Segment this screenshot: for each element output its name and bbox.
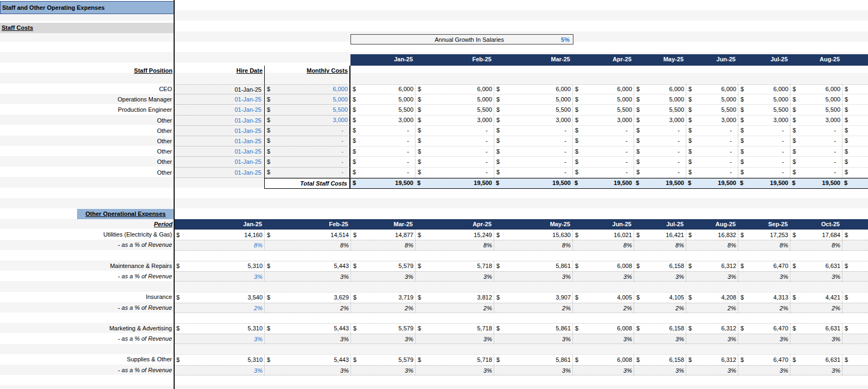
cell-value: 3,000 xyxy=(669,116,684,126)
currency-symbol: $ xyxy=(496,146,500,157)
staff-month-value-cell: $5,500 xyxy=(572,105,634,115)
currency-symbol: $ xyxy=(793,323,796,334)
currency-symbol: $ xyxy=(793,146,796,157)
expense-value-row: Supplies & Other$5,310$5,443$5,579$5,718… xyxy=(0,354,868,365)
currency-symbol: $ xyxy=(575,136,578,146)
currency-symbol: $ xyxy=(575,355,578,365)
cell-value: 6,000 xyxy=(398,84,413,94)
staff-month-value-cell: $- xyxy=(494,136,572,146)
expense-pct-cell xyxy=(842,334,868,344)
staff-month-value-cell: $- xyxy=(415,157,494,167)
expense-value-cell: $5,310 xyxy=(174,354,264,365)
expense-pct-row: - as a % of Revenue2%2%2%2%2%2%2%2%2%2% xyxy=(0,303,868,313)
staff-month-value-cell: $5,000 xyxy=(572,94,634,105)
currency-symbol: $ xyxy=(418,136,421,146)
month-header: Jun-25 xyxy=(686,54,738,66)
cell-value: 5,500 xyxy=(721,105,736,115)
cell-value: 5,579 xyxy=(398,355,413,365)
staff-month-value-cell: $- xyxy=(494,157,572,167)
cell-value: - xyxy=(782,126,784,136)
currency-symbol: $ xyxy=(496,157,500,167)
expense-value-row: Insurance$3,540$3,629$3,719$3,812$3,907$… xyxy=(0,292,868,302)
expense-value-cell: $6,312 xyxy=(686,323,738,334)
monthly-cost-cell[interactable]: $5,500 xyxy=(265,105,350,115)
currency-symbol: $ xyxy=(575,323,578,334)
monthly-cost-cell[interactable]: $- xyxy=(265,146,350,157)
hire-date-cell[interactable]: 01-Jan-25 xyxy=(174,157,265,167)
cell-value: 5,500 xyxy=(773,105,788,115)
currency-symbol: $ xyxy=(267,105,270,115)
hire-date-cell[interactable]: 01-Jan-25 xyxy=(174,146,265,157)
currency-symbol: $ xyxy=(741,94,744,105)
staff-position-label: Other xyxy=(0,168,174,178)
expense-value-cell: $6,008 xyxy=(572,354,634,365)
hire-date-cell[interactable]: 01-Jan-25 xyxy=(174,126,265,136)
staff-month-value-cell: $- xyxy=(686,168,738,178)
staff-month-value-cell: $ xyxy=(842,116,868,126)
expense-value-cell: $6,008 xyxy=(572,261,634,271)
staff-month-value-cell: $- xyxy=(634,157,686,167)
hire-date-cell[interactable]: 01-Jan-25 xyxy=(174,105,265,115)
cell-value: - xyxy=(564,168,566,178)
hire-date-cell[interactable]: 01-Jan-25 xyxy=(174,84,265,94)
cell-value: - xyxy=(564,146,566,157)
expense-pct-cell: 2% xyxy=(738,303,790,313)
staff-row: Other01-Jan-25$-$-$-$-$-$-$-$-$-$ xyxy=(0,136,868,146)
staff-month-value-cell: $- xyxy=(350,146,415,157)
period-month-header: Jul-25 xyxy=(634,219,686,229)
expense-pct-cell[interactable]: 8% xyxy=(174,240,264,250)
annual-growth-box: Annual Growth In Salaries 5% xyxy=(350,34,573,44)
currency-symbol: $ xyxy=(575,261,578,271)
monthly-cost-cell[interactable]: $- xyxy=(265,136,350,146)
expense-pct-cell: 3% xyxy=(572,271,634,282)
cell-value: 19,500 xyxy=(474,178,492,188)
hire-date-cell[interactable]: 01-Jan-25 xyxy=(174,94,265,105)
monthly-cost-cell[interactable]: $- xyxy=(265,157,350,167)
currency-symbol: $ xyxy=(176,261,180,271)
staff-month-value-cell: $ xyxy=(842,146,868,157)
currency-symbol: $ xyxy=(636,261,640,271)
cell-value: 3,540 xyxy=(247,292,263,303)
staff-month-value-cell: $- xyxy=(494,146,572,157)
cell-value: - xyxy=(730,146,732,157)
cell-value: - xyxy=(678,157,680,167)
currency-symbol: $ xyxy=(496,323,500,334)
monthly-cost-cell[interactable]: $3,000 xyxy=(265,116,350,126)
hire-date-cell[interactable]: 01-Jan-25 xyxy=(174,168,265,178)
monthly-cost-cell[interactable]: $6,000 xyxy=(265,84,350,94)
hire-date-cell[interactable]: 01-Jan-25 xyxy=(174,116,265,126)
cell-value: - xyxy=(341,136,343,146)
expense-label: Marketing & Advertising xyxy=(0,323,174,334)
cell-value: - xyxy=(341,168,343,178)
currency-symbol: $ xyxy=(636,355,640,365)
staff-month-header-row: Jan-25Feb-25Mar-25Apr-25May-25Jun-25Jul-… xyxy=(0,54,868,66)
currency-symbol: $ xyxy=(496,105,500,115)
expense-pct-cell: 3% xyxy=(494,271,572,282)
currency-symbol: $ xyxy=(793,168,796,178)
expense-pct-cell: 3% xyxy=(686,365,738,375)
monthly-cost-cell[interactable]: $- xyxy=(265,126,350,136)
expense-value-cell: $ xyxy=(842,354,868,365)
cell-value: - xyxy=(407,146,409,157)
expense-value-cell: $15,249 xyxy=(415,229,494,240)
expense-pct-cell: 3% xyxy=(686,271,738,282)
opex-period-header-row: Jan-25Feb-25Mar-25Apr-25May-25Jun-25Jul-… xyxy=(0,219,868,229)
expense-label: Supplies & Other xyxy=(0,354,174,365)
staff-position-label: Other xyxy=(0,146,174,157)
currency-symbol: $ xyxy=(793,126,796,136)
expense-pct-cell[interactable]: 3% xyxy=(174,271,264,282)
currency-symbol: $ xyxy=(575,157,578,167)
annual-growth-value[interactable]: 5% xyxy=(504,36,573,43)
total-month-value-cell: $ xyxy=(842,178,868,189)
expense-pct-cell[interactable]: 3% xyxy=(174,365,264,375)
hire-date-cell[interactable]: 01-Jan-25 xyxy=(174,136,265,146)
month-header: Jul-25 xyxy=(738,54,790,66)
expense-value-cell: $14,514 xyxy=(264,229,350,240)
monthly-cost-cell[interactable]: $5,000 xyxy=(265,94,350,105)
cell-value: 16,832 xyxy=(718,230,736,240)
expense-pct-cell[interactable]: 3% xyxy=(174,334,264,344)
monthly-cost-cell[interactable]: $- xyxy=(265,168,350,178)
currency-symbol: $ xyxy=(845,157,848,167)
expense-pct-cell[interactable]: 2% xyxy=(174,303,264,313)
freeze-pane-divider xyxy=(174,0,175,389)
